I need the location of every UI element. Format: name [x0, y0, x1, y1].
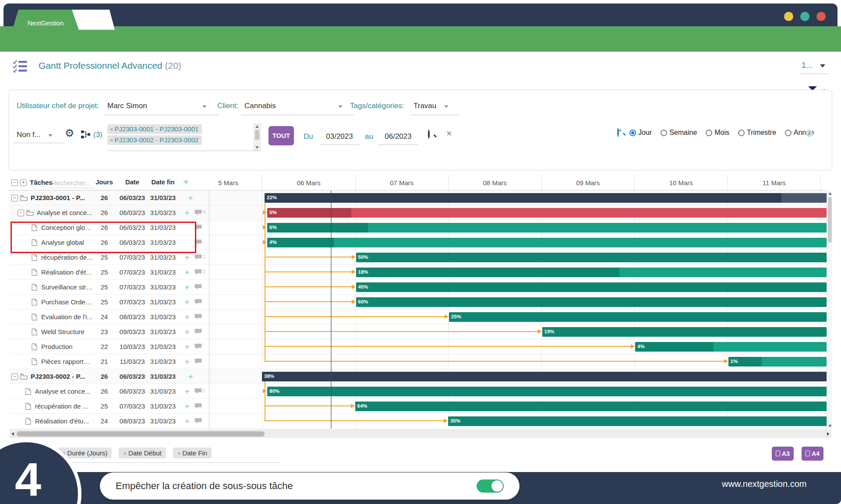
client-filter-value[interactable]: Cannabis — [244, 102, 276, 110]
gantt-bar[interactable]: 50% — [356, 253, 827, 262]
add-subtask-icon[interactable]: + — [182, 399, 192, 413]
scale-option-mois[interactable]: Mois — [706, 129, 729, 137]
gantt-bar[interactable]: 6% — [267, 223, 827, 233]
gantt-bar[interactable]: 45% — [356, 282, 827, 292]
add-subtask-icon[interactable]: + — [182, 310, 192, 324]
comment-icon[interactable] — [194, 209, 202, 217]
table-row[interactable]: récupération de ...2507/03/2331/03/23+ — [9, 399, 209, 414]
table-row[interactable]: Purchase Order f...2507/03/2331/03/23+ — [9, 295, 209, 310]
gantt-bar[interactable]: 19% — [542, 327, 827, 337]
close-button[interactable] — [816, 12, 826, 21]
chevron-down-icon[interactable] — [338, 106, 343, 108]
gantt-bar[interactable]: 18% — [356, 268, 827, 277]
user-filter-value[interactable]: Marc Simon — [107, 102, 147, 110]
nav-item-placeholder[interactable] — [388, 64, 435, 70]
comment-icon[interactable] — [194, 314, 202, 321]
chevron-down-icon[interactable] — [48, 134, 53, 137]
hierarchy-icon[interactable] — [81, 130, 91, 140]
table-row[interactable]: Surveillance stru...2507/03/2331/03/23+ — [9, 280, 209, 295]
gantt-vertical-scrollbar[interactable] — [827, 191, 832, 429]
zoom-in-icon[interactable] — [617, 128, 619, 137]
tag-list-scrollbar[interactable] — [254, 123, 261, 151]
horizontal-scrollbar[interactable] — [10, 430, 831, 438]
gantt-bar[interactable]: 1% — [728, 357, 827, 367]
tags-filter-value[interactable]: Travau — [413, 102, 436, 110]
add-subtask-icon[interactable]: + — [182, 205, 192, 220]
comment-icon[interactable] — [194, 284, 202, 292]
project-tag[interactable]: ×PJ2303-0001 - PJ2303-0001 — [107, 124, 202, 134]
radio-icon[interactable] — [706, 130, 712, 136]
field-pill[interactable]: ×Date Début — [119, 448, 166, 458]
add-subtask-icon[interactable]: + — [182, 324, 192, 339]
comment-icon[interactable] — [194, 328, 202, 336]
add-subtask-icon[interactable]: + — [182, 280, 192, 294]
table-row[interactable]: Réalisation d'étu...2507/03/2331/03/23+3 — [9, 265, 209, 280]
table-row[interactable]: Weld Structure2309/03/2331/03/23+ — [9, 324, 209, 339]
comment-icon[interactable] — [194, 269, 202, 277]
prevent-subsubtask-toggle[interactable] — [477, 479, 504, 493]
info-icon[interactable]: i — [806, 130, 813, 137]
gantt-bar[interactable]: 4% — [635, 342, 827, 352]
table-row[interactable]: Production2210/03/2331/03/23+ — [9, 339, 209, 354]
table-row[interactable]: −PJ2303-0002 - P...2606/03/2331/03/23+ — [9, 369, 209, 384]
all-button[interactable]: TOUT — [269, 126, 294, 145]
gantt-bar[interactable]: 22% — [265, 193, 827, 203]
export-a4-button[interactable]: A4 — [802, 447, 823, 461]
comment-icon[interactable] — [194, 254, 202, 262]
table-row[interactable]: Analyse et conce...2606/03/2331/03/23+1 — [9, 384, 209, 399]
nav-item-placeholder[interactable] — [265, 64, 312, 70]
add-subtask-icon[interactable]: + — [182, 295, 192, 309]
add-subtask-icon[interactable]: + — [182, 339, 192, 354]
period-to-value[interactable]: 06/2023 — [380, 132, 417, 141]
scale-option-trimestre[interactable]: Trimestre — [738, 129, 776, 137]
status-filter-value[interactable]: Non f... — [17, 130, 41, 139]
gantt-bar[interactable]: 80% — [267, 387, 827, 396]
export-a3-button[interactable]: A3 — [772, 447, 794, 461]
brand-tab[interactable]: NextGestion — [12, 10, 79, 30]
add-subtask-icon[interactable]: + — [182, 265, 192, 279]
radio-icon[interactable] — [785, 130, 792, 136]
comment-icon[interactable] — [194, 343, 202, 351]
expand-all-icon[interactable]: + — [20, 180, 27, 186]
gantt-bar[interactable]: 64% — [355, 402, 827, 411]
radio-icon[interactable] — [661, 130, 667, 136]
remove-field-icon[interactable]: × — [177, 450, 181, 457]
collapse-row-icon[interactable]: − — [18, 210, 24, 216]
gantt-bar[interactable]: 25% — [449, 312, 827, 322]
chevron-down-icon[interactable] — [444, 106, 449, 108]
remove-tag-icon[interactable]: × — [110, 137, 113, 144]
horizontal-scrollbar-thumb[interactable] — [17, 431, 265, 437]
gantt-bar[interactable]: 60% — [356, 297, 827, 307]
add-subtask-icon[interactable]: + — [182, 384, 192, 398]
project-tag[interactable]: ×PJ2303-0002 - PJ2303-0002 — [107, 135, 202, 145]
gantt-bar[interactable]: 35% — [448, 416, 827, 426]
nav-item-placeholder[interactable] — [327, 64, 374, 70]
add-task-icon[interactable]: + — [183, 176, 189, 188]
remove-tag-icon[interactable]: × — [110, 126, 113, 133]
search-input[interactable]: Rechercher... — [52, 179, 91, 187]
add-subtask-icon[interactable]: + — [182, 354, 192, 369]
field-pill[interactable]: ×Date Fin — [173, 448, 212, 458]
scale-option-semaine[interactable]: Semaine — [661, 129, 697, 137]
gantt-bar[interactable]: 5% — [267, 208, 827, 218]
radio-icon[interactable] — [629, 130, 636, 136]
add-subtask-icon[interactable]: + — [182, 414, 192, 428]
gantt-bar[interactable]: 38% — [262, 372, 827, 381]
table-row[interactable]: −Analyse et conce...2606/03/2331/03/23+4 — [9, 205, 209, 220]
restore-button[interactable] — [800, 12, 809, 21]
search-icon[interactable] — [428, 130, 430, 139]
chevron-down-icon[interactable] — [202, 106, 207, 108]
clear-icon[interactable]: × — [446, 128, 452, 139]
scale-option-jour[interactable]: Jour — [629, 129, 652, 137]
comment-icon[interactable] — [194, 358, 202, 366]
comment-icon[interactable] — [194, 299, 202, 307]
gear-icon[interactable]: ⚙ — [65, 127, 74, 139]
minimize-button[interactable] — [784, 12, 793, 21]
comment-icon[interactable] — [194, 403, 202, 411]
comment-icon[interactable] — [194, 388, 202, 396]
gantt-bar[interactable]: 4% — [267, 238, 827, 247]
table-row[interactable]: Pièces rapportées2111/03/2331/03/23+ — [9, 354, 209, 369]
table-row[interactable]: −PJ2303-0001 - P...2606/03/2331/03/23+ — [9, 190, 209, 205]
collapse-all-icon[interactable]: − — [11, 180, 18, 186]
period-from-value[interactable]: 03/2023 — [321, 132, 358, 141]
